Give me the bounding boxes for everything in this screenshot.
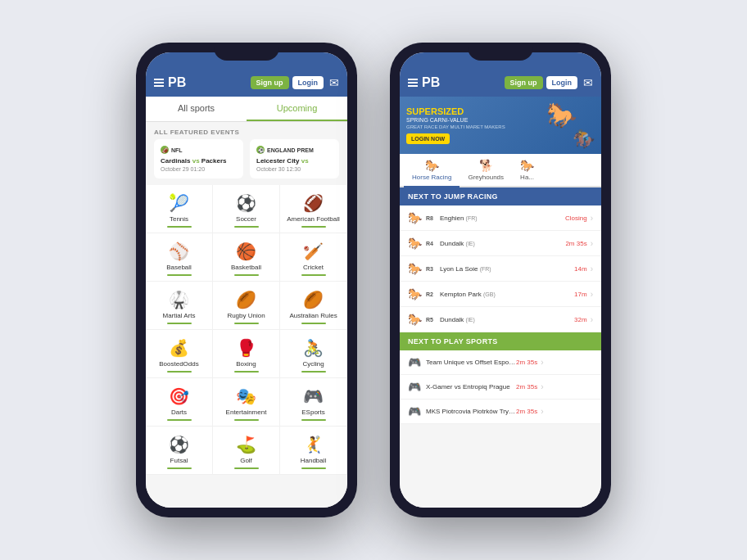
- event-card-epl[interactable]: ⚽ ENGLAND PREM Leicester City vs October…: [250, 139, 339, 178]
- sport-row-time-3: 2m 35s: [516, 408, 537, 415]
- sport-martial-arts[interactable]: 🥋 Martial Arts: [146, 282, 213, 330]
- sport-row-name-3: MKS Piotrcovia Piotrków Trybunals...: [426, 408, 516, 415]
- race-time-r3: 14m: [574, 265, 587, 273]
- race-icon-r5: 🐎: [408, 313, 422, 326]
- epl-icon: ⚽: [256, 146, 265, 154]
- notch-1: [214, 43, 279, 61]
- nfl-label: NFL: [171, 147, 183, 153]
- boxing-underline: [234, 371, 259, 373]
- tab-greyhounds[interactable]: 🐕 Greyhounds: [460, 154, 512, 187]
- sport-row-name-2: X-Gamer vs Entropiq Prague: [426, 383, 516, 391]
- banner-content: SUPERSIZED SPRING CARNI-VALUE GREAT RACE…: [406, 106, 505, 143]
- boosted-odds-label: BoostedOdds: [159, 360, 198, 368]
- race-badge-r5: R5: [426, 317, 437, 323]
- sport-baseball[interactable]: ⚾ Baseball: [146, 233, 213, 282]
- soccer-label: Soccer: [236, 215, 256, 223]
- banner-horse-icon: 🐎: [546, 101, 577, 129]
- race-row-r3[interactable]: 🐎 R3 Lyon La Soie (FR) 14m ›: [400, 256, 601, 282]
- banner-cta-button[interactable]: LOGIN NOW: [406, 133, 450, 144]
- race-badge-r8: R8: [426, 215, 437, 221]
- sport-tennis[interactable]: 🎾 Tennis: [146, 185, 213, 233]
- race-time-r8: Closing: [565, 215, 587, 222]
- sport-australian-rules[interactable]: 🏉 Australian Rules: [280, 282, 347, 330]
- australian-rules-icon: 🏉: [303, 290, 324, 309]
- screen-2: PB Sign up Login ✉ SUPERSIZED SPRING CAR…: [400, 52, 601, 508]
- signup-button-2[interactable]: Sign up: [505, 76, 543, 89]
- tennis-icon: 🎾: [169, 193, 189, 213]
- race-time-r2: 17m: [574, 291, 587, 298]
- logo-text-2: PB: [422, 75, 440, 90]
- race-row-r5[interactable]: 🐎 R5 Dundalk (IE) 32m ›: [400, 307, 601, 332]
- sport-row-1[interactable]: 🎮 Team Unique vs Offset Esports 2m 35s ›: [400, 350, 601, 375]
- horse-racing-tab-label: Horse Racing: [412, 174, 451, 181]
- martial-arts-label: Martial Arts: [162, 312, 195, 319]
- cricket-label: Cricket: [303, 264, 324, 271]
- sport-boosted-odds[interactable]: 💰 BoostedOdds: [146, 330, 213, 378]
- futsal-underline: [167, 467, 192, 469]
- australian-rules-label: Australian Rules: [289, 312, 337, 319]
- race-icon-r4: 🐎: [408, 237, 422, 250]
- sport-handball[interactable]: 🤾 Handball: [280, 427, 347, 475]
- banner-subtitle: SPRING CARNI-VALUE: [406, 117, 505, 123]
- greyhounds-tab-label: Greyhounds: [468, 174, 504, 181]
- esports-label: ESports: [301, 409, 324, 416]
- sport-esports[interactable]: 🎮 ESports: [280, 378, 347, 427]
- australian-rules-underline: [301, 323, 326, 324]
- sport-cricket[interactable]: 🏏 Cricket: [280, 233, 347, 282]
- tab-all-sports[interactable]: All sports: [146, 97, 247, 121]
- race-row-r4[interactable]: 🐎 R4 Dundalk (IE) 2m 35s ›: [400, 231, 601, 256]
- race-row-r8[interactable]: 🐎 R8 Enghien (FR) Closing ›: [400, 205, 601, 231]
- boosted-odds-icon: 💰: [169, 338, 189, 358]
- login-button-1[interactable]: Login: [292, 76, 324, 89]
- cricket-icon: 🏏: [303, 242, 324, 261]
- sport-entertainment[interactable]: 🎭 Entertainment: [213, 378, 280, 427]
- sport-row-2[interactable]: 🎮 X-Gamer vs Entropiq Prague 2m 35s ›: [400, 375, 601, 400]
- tab-horse-racing[interactable]: 🐎 Horse Racing: [404, 154, 460, 187]
- sport-golf[interactable]: ⛳ Golf: [213, 427, 280, 475]
- sport-row-icon-2: 🎮: [408, 381, 421, 393]
- race-time-r5: 32m: [574, 316, 587, 323]
- golf-icon: ⛳: [236, 435, 256, 454]
- login-button-2[interactable]: Login: [546, 76, 578, 89]
- message-icon-1[interactable]: ✉: [329, 76, 339, 89]
- sport-soccer[interactable]: ⚽ Soccer: [213, 185, 280, 233]
- race-row-r2[interactable]: 🐎 R2 Kempton Park (GB) 17m ›: [400, 282, 601, 307]
- golf-underline: [234, 467, 259, 469]
- sport-basketball[interactable]: 🏀 Basketball: [213, 233, 280, 282]
- race-time-r4: 2m 35s: [565, 240, 586, 247]
- featured-section-title: ALL FEATURED EVENTS: [146, 122, 347, 139]
- event-card-nfl[interactable]: 🏈 NFL Cardinals vs Packers October 29 01…: [154, 139, 243, 178]
- logo-1: PB: [154, 75, 186, 90]
- sport-row-arrow-3: ›: [541, 407, 543, 416]
- sport-rugby[interactable]: 🏉 Rugby Union: [213, 282, 280, 330]
- sport-row-3[interactable]: 🎮 MKS Piotrcovia Piotrków Trybunals... 2…: [400, 400, 601, 424]
- sport-darts[interactable]: 🎯 Darts: [146, 378, 213, 427]
- header-actions-1: Sign up Login ✉: [251, 76, 340, 89]
- tab-upcoming[interactable]: Upcoming: [247, 97, 347, 121]
- scene: PB Sign up Login ✉ All sports Upcoming A…: [136, 43, 611, 517]
- logo-2: PB: [408, 75, 440, 90]
- signup-button-1[interactable]: Sign up: [251, 76, 289, 89]
- sport-futsal[interactable]: ⚽ Futsal: [146, 427, 213, 475]
- race-arrow-r5: ›: [591, 315, 593, 324]
- banner-jockey-icon: 🏇: [573, 129, 595, 150]
- sport-cycling[interactable]: 🚴 Cycling: [280, 330, 347, 378]
- notch-2: [468, 43, 533, 61]
- message-icon-2[interactable]: ✉: [583, 76, 593, 89]
- race-badge-r3: R3: [426, 266, 437, 272]
- rugby-icon: 🏉: [236, 290, 256, 309]
- entertainment-underline: [234, 419, 259, 421]
- baseball-label: Baseball: [166, 264, 192, 271]
- cycling-label: Cycling: [302, 360, 324, 368]
- race-icon-r8: 🐎: [408, 211, 422, 224]
- sport-boxing[interactable]: 🥊 Boxing: [213, 330, 280, 378]
- sport-row-time-1: 2m 35s: [516, 359, 537, 366]
- martial-arts-underline: [167, 323, 192, 324]
- content-2: NEXT TO JUMP RACING 🐎 R8 Enghien (FR) Cl…: [400, 187, 601, 508]
- sport-american-football[interactable]: 🏈 American Football: [280, 185, 347, 233]
- event-teams-epl: Leicester City vs: [256, 157, 333, 165]
- nfl-icon: 🏈: [161, 146, 169, 154]
- tab-harness[interactable]: 🐎 Ha...: [512, 154, 542, 187]
- darts-label: Darts: [171, 409, 187, 416]
- tennis-underline: [167, 226, 192, 228]
